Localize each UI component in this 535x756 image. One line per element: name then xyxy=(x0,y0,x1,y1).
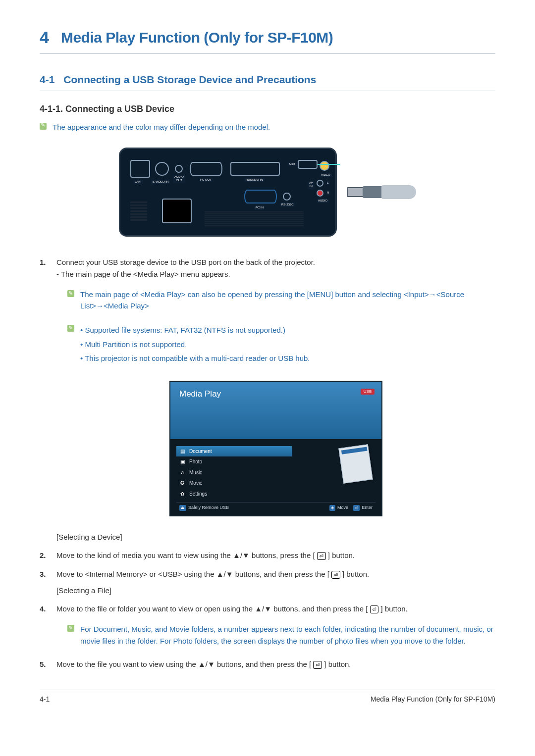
vent-left xyxy=(130,202,147,221)
enter-label: Enter xyxy=(362,504,373,511)
r-label: R xyxy=(325,191,330,195)
step-5-text-b: ] button. xyxy=(324,660,351,668)
step-1: Connect your USB storage device to the U… xyxy=(40,256,495,543)
move-label: Move xyxy=(337,504,348,511)
media-play-header: Media Play USB xyxy=(170,382,381,439)
usb-label: USB xyxy=(288,162,297,166)
hdmi-port xyxy=(230,162,280,176)
svideo-label: S-VIDEO IN xyxy=(151,180,170,184)
step-3: Move to <Internal Memory> or <USB> using… xyxy=(40,568,495,597)
usb-badge-icon: USB xyxy=(361,389,374,395)
media-item-settings: ✿ Settings xyxy=(176,489,292,500)
note-folder-text: For Document, Music, and Movie folders, … xyxy=(80,623,495,647)
media-play-menu: ▤ Document ▣ Photo ♫ Music ✪ xyxy=(176,446,292,500)
vent-bottom xyxy=(205,211,304,226)
pc-out-port xyxy=(190,162,222,176)
avin-label: AV IN xyxy=(308,181,315,189)
document-icon: ▤ xyxy=(179,449,185,454)
media-item-photo: ▣ Photo xyxy=(176,456,292,467)
l-label: L xyxy=(325,181,330,185)
pencil-note-icon xyxy=(67,325,74,332)
music-icon: ♫ xyxy=(179,470,185,476)
step-2: Move to the kind of media you want to vi… xyxy=(40,550,495,561)
media-item-music-label: Music xyxy=(189,469,202,477)
power-inlet xyxy=(162,199,192,223)
video-label: VIDEO xyxy=(320,173,332,177)
enter-key-icon: ⏎ xyxy=(317,552,326,560)
media-item-document-label: Document xyxy=(189,448,212,455)
media-play-footer: ⏏ Safely Remove USB ◈ Move ⏎ Enter xyxy=(176,502,375,511)
section-header: 4-1 Connecting a USB Storage Device and … xyxy=(40,74,495,91)
note-filesystem-list: Supported file systems: FAT, FAT32 (NTFS… xyxy=(80,323,310,366)
steps-list: Connect your USB storage device to the U… xyxy=(40,256,495,670)
movie-icon: ✪ xyxy=(179,480,185,486)
media-play-body: ▤ Document ▣ Photo ♫ Music ✪ xyxy=(170,439,381,515)
step-5-text-a: Move to the file you want to view using … xyxy=(56,660,311,668)
footer-right: ◈ Move ⏎ Enter xyxy=(329,504,373,511)
safely-remove-label: Safely Remove USB xyxy=(188,504,229,511)
preview-thumbnail xyxy=(338,444,373,484)
svideo-port xyxy=(155,162,169,176)
pencil-note-icon xyxy=(67,290,74,297)
photo-icon: ▣ xyxy=(179,459,185,465)
chapter-number: 4 xyxy=(40,28,49,47)
media-item-movie: ✪ Movie xyxy=(176,478,292,489)
note-menu-text: The main page of <Media Play> can also b… xyxy=(80,289,495,312)
pc-in-port xyxy=(244,190,277,203)
video-jack xyxy=(320,161,329,171)
usb-port xyxy=(298,160,318,169)
footer-page-number: 4-1 xyxy=(40,695,50,703)
media-play-title: Media Play xyxy=(179,388,373,401)
audio-out-jack xyxy=(175,165,183,173)
caption-select-device: [Selecting a Device] xyxy=(56,531,495,543)
chapter-header: 4 Media Play Function (Only for SP-F10M) xyxy=(40,28,495,54)
note-folder-count: For Document, Music, and Movie folders, … xyxy=(67,623,495,647)
note-color: The appearance and the color may differ … xyxy=(40,121,495,133)
step-3-text-b: ] button. xyxy=(342,570,369,578)
media-play-figure: Media Play USB ▤ Document ▣ Photo xyxy=(56,381,495,516)
hdmi-label: HDMI/DVI IN xyxy=(244,178,265,182)
step-4-text-a: Move to the file or folder you want to v… xyxy=(56,605,368,613)
projector-panel-figure: LAN S-VIDEO IN AUDIO OUT PC OUT HDMI/DVI… xyxy=(40,148,495,237)
footer-chapter-title: Media Play Function (Only for SP-F10M) xyxy=(371,695,495,703)
note-fs-1: Supported file systems: FAT, FAT32 (NTFS… xyxy=(80,323,310,338)
move-hint-icon: ◈ xyxy=(329,505,335,511)
pc-out-label: PC OUT xyxy=(199,178,213,182)
media-item-photo-label: Photo xyxy=(189,458,202,466)
media-play-screen: Media Play USB ▤ Document ▣ Photo xyxy=(169,381,382,516)
media-item-music: ♫ Music xyxy=(176,467,292,478)
step-2-text-a: Move to the kind of media you want to vi… xyxy=(56,551,315,559)
gear-icon: ✿ xyxy=(179,491,185,497)
page-footer: 4-1 Media Play Function (Only for SP-F10… xyxy=(40,690,495,703)
pencil-note-icon xyxy=(67,625,74,632)
caption-select-file: [Selecting a File] xyxy=(56,585,495,596)
media-item-document: ▤ Document xyxy=(176,446,292,457)
chapter-title: Media Play Function (Only for SP-F10M) xyxy=(61,29,333,46)
pc-in-label: PC IN xyxy=(254,205,265,210)
lan-port xyxy=(130,160,150,178)
media-item-settings-label: Settings xyxy=(189,490,207,498)
pencil-note-icon xyxy=(40,123,47,130)
note-fs-3: This projector is not compatible with a … xyxy=(80,352,310,366)
step-1-text: Connect your USB storage device to the U… xyxy=(56,256,495,268)
usb-connection-line-icon xyxy=(318,164,340,165)
usb-stick-icon xyxy=(347,184,416,200)
step-4-text-b: ] button. xyxy=(381,605,408,613)
step-5: Move to the file you want to view using … xyxy=(40,658,495,670)
note-color-text: The appearance and the color may differ … xyxy=(53,121,270,133)
step-2-text-b: ] button. xyxy=(328,551,355,559)
step-1-sub: - The main page of the <Media Play> menu… xyxy=(56,268,495,280)
section-number: 4-1 xyxy=(40,74,54,86)
audio-out-label: AUDIO OUT xyxy=(173,175,185,183)
rs232c-port xyxy=(283,193,291,201)
lan-label: LAN xyxy=(133,180,142,184)
safely-remove-usb: ⏏ Safely Remove USB xyxy=(179,504,229,511)
media-item-movie-label: Movie xyxy=(189,479,203,487)
note-fs-2: Multi Partition is not supported. xyxy=(80,338,310,352)
enter-key-icon: ⏎ xyxy=(331,571,340,579)
step-4: Move to the file or folder you want to v… xyxy=(40,603,495,647)
step-3-text-a: Move to <Internal Memory> or <USB> using… xyxy=(56,570,329,578)
note-filesystem: Supported file systems: FAT, FAT32 (NTFS… xyxy=(67,323,495,366)
audio-r-jack xyxy=(317,190,323,197)
section-title: Connecting a USB Storage Device and Prec… xyxy=(63,74,316,86)
